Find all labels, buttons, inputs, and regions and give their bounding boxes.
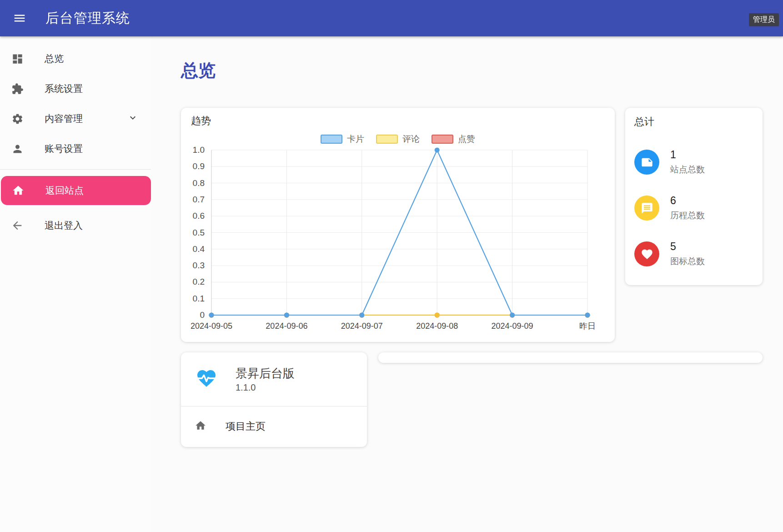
svg-text:2024-09-06: 2024-09-06 — [266, 321, 307, 331]
legend-item[interactable]: 评论 — [376, 133, 420, 145]
svg-text:0.5: 0.5 — [193, 228, 205, 237]
sidebar-item-label: 系统设置 — [45, 82, 83, 95]
legend-item[interactable]: 点赞 — [432, 133, 475, 145]
stat-row-sites: 1 站点总数 — [634, 149, 753, 176]
sidebar-item-label: 内容管理 — [45, 112, 83, 125]
svg-text:0.8: 0.8 — [193, 178, 205, 188]
svg-text:1.0: 1.0 — [193, 145, 205, 155]
sidebar: 总览 系统设置 内容管理 账号设置 返回站点 退出登入 — [0, 36, 151, 532]
sidebar-divider — [0, 169, 151, 170]
app-info-header: 景昇后台版 1.1.0 — [181, 352, 367, 407]
svg-text:2024-09-08: 2024-09-08 — [416, 321, 458, 331]
heart-pulse-icon — [195, 367, 218, 391]
legend-swatch — [376, 135, 398, 144]
svg-text:0.6: 0.6 — [193, 211, 205, 221]
home-icon — [195, 420, 206, 433]
app-version: 1.1.0 — [236, 382, 295, 393]
sidebar-item-overview[interactable]: 总览 — [0, 44, 151, 74]
logout-label: 退出登入 — [45, 219, 83, 232]
svg-text:0.2: 0.2 — [193, 277, 205, 286]
stat-value: 6 — [670, 195, 705, 207]
svg-text:2024-09-07: 2024-09-07 — [341, 321, 383, 331]
trend-card: 趋势 卡片评论点赞 1.00.90.80.70.60.50.40.30.20.1… — [181, 108, 615, 342]
stat-value: 5 — [670, 241, 705, 253]
project-home-link[interactable]: 项目主页 — [226, 420, 266, 433]
svg-text:0.1: 0.1 — [193, 294, 205, 303]
sidebar-item-label: 总览 — [45, 52, 64, 65]
svg-text:2024-09-09: 2024-09-09 — [492, 321, 533, 331]
comment-icon — [634, 196, 659, 221]
main-content: 总览 趋势 卡片评论点赞 1.00.90.80.70.60.50.40.30.2… — [151, 36, 783, 447]
placeholder-card — [378, 352, 763, 363]
sidebar-item-account-settings[interactable]: 账号设置 — [0, 134, 151, 164]
stat-label: 历程总数 — [670, 210, 705, 221]
chevron-down-icon[interactable] — [127, 112, 138, 125]
legend-label: 卡片 — [347, 133, 364, 145]
trend-card-title: 趋势 — [191, 114, 211, 128]
topbar: 后台管理系统 管理员 — [0, 0, 783, 36]
legend-swatch — [321, 135, 342, 144]
trend-chart-svg: 1.00.90.80.70.60.50.40.30.20.102024-09-0… — [181, 144, 615, 342]
chart-legend: 卡片评论点赞 — [181, 133, 615, 145]
legend-item[interactable]: 卡片 — [321, 133, 364, 145]
arrow-back-icon — [11, 219, 24, 232]
totals-card-title: 总计 — [634, 115, 753, 129]
svg-text:0.3: 0.3 — [193, 261, 205, 270]
svg-text:2024-09-05: 2024-09-05 — [191, 321, 232, 331]
admin-badge: 管理员 — [749, 13, 779, 26]
app-info-card: 景昇后台版 1.1.0 项目主页 — [181, 352, 367, 447]
app-title: 后台管理系统 — [45, 9, 130, 28]
back-to-site-button[interactable]: 返回站点 — [1, 176, 151, 205]
svg-text:0.7: 0.7 — [193, 195, 205, 204]
legend-label: 评论 — [402, 133, 420, 145]
file-icon — [634, 150, 659, 175]
back-to-site-label: 返回站点 — [45, 184, 84, 197]
home-icon — [12, 184, 25, 197]
stat-label: 图标总数 — [670, 256, 705, 267]
sidebar-item-content-management[interactable]: 内容管理 — [0, 104, 151, 134]
svg-text:0.9: 0.9 — [193, 161, 205, 171]
sidebar-item-label: 账号设置 — [45, 142, 83, 155]
app-name: 景昇后台版 — [236, 366, 295, 381]
heart-icon — [634, 241, 659, 266]
person-icon — [11, 142, 24, 155]
totals-card: 总计 1 站点总数 6 历程总数 — [625, 108, 763, 285]
stat-label: 站点总数 — [670, 164, 705, 176]
logout-button[interactable]: 退出登入 — [0, 211, 151, 241]
menu-icon[interactable] — [12, 10, 27, 26]
project-home-row[interactable]: 项目主页 — [181, 407, 367, 447]
dashboard-icon — [11, 52, 24, 65]
legend-label: 点赞 — [458, 133, 475, 145]
stat-row-icons: 5 图标总数 — [634, 241, 753, 267]
gear-icon — [11, 112, 24, 125]
stat-row-history: 6 历程总数 — [634, 195, 753, 221]
sidebar-item-system-settings[interactable]: 系统设置 — [0, 74, 151, 104]
svg-text:0: 0 — [200, 310, 205, 320]
svg-text:昨日: 昨日 — [579, 321, 596, 331]
svg-text:0.4: 0.4 — [193, 244, 205, 254]
stat-value: 1 — [670, 149, 705, 161]
page-title: 总览 — [181, 59, 783, 82]
legend-swatch — [432, 135, 453, 144]
extension-icon — [11, 82, 24, 95]
